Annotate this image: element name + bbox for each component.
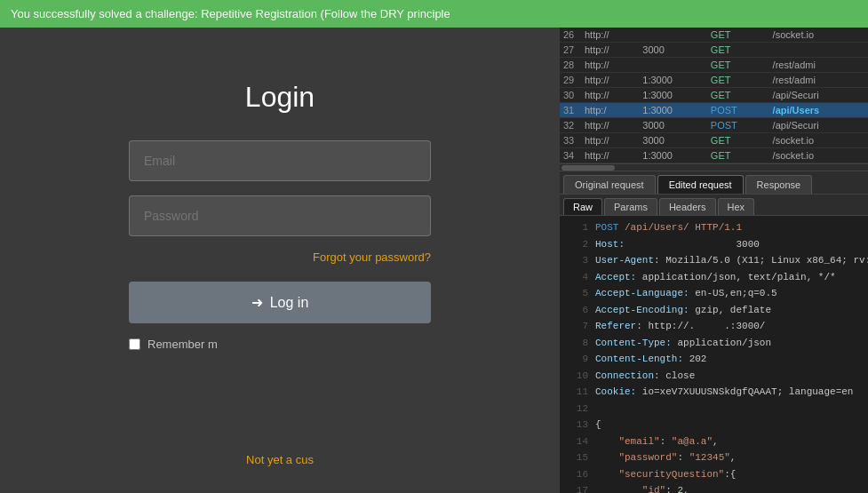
http-line: 3User-Agent: Mozilla/5.0 (X11; Linux x86… — [560, 252, 868, 269]
row-host: http:/ — [581, 103, 639, 118]
http-content: 1POST /api/Users/ HTTP/1.12Host: 30003Us… — [560, 216, 868, 493]
row-port: 1:3000 — [639, 148, 707, 163]
original-request-tab[interactable]: Original request — [563, 175, 656, 194]
success-banner: You successfully solved a challenge: Rep… — [0, 0, 868, 28]
row-port: 3000 — [639, 118, 707, 133]
row-path: /rest/admi — [769, 73, 868, 88]
http-line: 8Content-Type: application/json — [560, 335, 868, 352]
http-line: 1POST /api/Users/ HTTP/1.1 — [560, 219, 868, 236]
http-line: 6Accept-Encoding: gzip, deflate — [560, 302, 868, 319]
raw-tab[interactable]: Raw — [563, 198, 602, 215]
login-panel: Login Forgot your password? ➜ Log in Rem… — [0, 28, 560, 493]
table-row[interactable]: 32 http:// 3000 POST /api/Securi — [560, 118, 868, 133]
main-area: Login Forgot your password? ➜ Log in Rem… — [0, 28, 868, 493]
row-port: 1:3000 — [639, 103, 707, 118]
table-row[interactable]: 31 http:/ 1:3000 POST /api/Users — [560, 103, 868, 118]
row-port: 1:3000 — [639, 88, 707, 103]
edited-request-tab[interactable]: Edited request — [657, 175, 744, 194]
row-method: GET — [707, 133, 769, 148]
row-path: /rest/admi — [769, 58, 868, 73]
row-host: http:// — [581, 118, 639, 133]
forgot-password-link[interactable]: Forgot your password? — [129, 250, 431, 264]
row-path — [769, 43, 868, 58]
request-tabs: Original request Edited request Response — [560, 171, 868, 195]
not-customer-link[interactable]: Not yet a cus — [246, 453, 314, 493]
remember-checkbox[interactable] — [129, 338, 140, 350]
table-row[interactable]: 29 http:// 1:3000 GET /rest/admi — [560, 73, 868, 88]
row-port — [639, 28, 707, 43]
table-row[interactable]: 27 http:// 3000 GET — [560, 43, 868, 58]
row-num: 26 — [560, 28, 581, 43]
row-method: GET — [707, 88, 769, 103]
row-method: GET — [707, 43, 769, 58]
params-tab[interactable]: Params — [604, 198, 657, 215]
email-input[interactable] — [129, 140, 431, 181]
table-row[interactable]: 33 http:// 3000 GET /socket.io — [560, 133, 868, 148]
http-line: 9Content-Length: 202 — [560, 351, 868, 368]
row-host: http:// — [581, 58, 639, 73]
network-rows-table: 26 http:// GET /socket.io 27 http:// 300… — [560, 28, 868, 163]
http-line: 13{ — [560, 417, 868, 433]
row-num: 29 — [560, 73, 581, 88]
row-method: GET — [707, 28, 769, 43]
http-line: 4Accept: application/json, text/plain, *… — [560, 269, 868, 286]
inspector-panel: 26 http:// GET /socket.io 27 http:// 300… — [560, 28, 868, 493]
table-row[interactable]: 28 http:// GET /rest/admi — [560, 58, 868, 73]
row-port: 1:3000 — [639, 73, 707, 88]
http-line: 11Cookie: io=xeV7XUUUSNSkdgfQAAAT; langu… — [560, 384, 868, 401]
table-row[interactable]: 26 http:// GET /socket.io — [560, 28, 868, 43]
http-line: 17 "id": 2, — [560, 482, 868, 493]
row-path: /api/Securi — [769, 88, 868, 103]
row-num: 33 — [560, 133, 581, 148]
network-table: 26 http:// GET /socket.io 27 http:// 300… — [560, 28, 868, 171]
row-port — [639, 58, 707, 73]
table-row[interactable]: 30 http:// 1:3000 GET /api/Securi — [560, 88, 868, 103]
http-line: 2Host: 3000 — [560, 236, 868, 253]
http-line: 10Connection: close — [560, 368, 868, 385]
row-num: 32 — [560, 118, 581, 133]
row-method: GET — [707, 58, 769, 73]
http-line: 16 "securityQuestion":{ — [560, 466, 868, 483]
row-method: GET — [707, 73, 769, 88]
row-host: http:// — [581, 148, 639, 163]
login-title: Login — [245, 81, 315, 114]
row-path: /socket.io — [769, 28, 868, 43]
http-line: 12 — [560, 401, 868, 417]
scrollbar-thumb — [561, 165, 615, 171]
login-button[interactable]: ➜ Log in — [129, 282, 431, 323]
row-method: GET — [707, 148, 769, 163]
remember-label: Remember m — [147, 338, 218, 351]
table-row[interactable]: 34 http:// 1:3000 GET /socket.io — [560, 148, 868, 163]
row-host: http:// — [581, 133, 639, 148]
row-num: 31 — [560, 103, 581, 118]
headers-tab[interactable]: Headers — [659, 198, 716, 215]
row-port: 3000 — [639, 133, 707, 148]
row-host: http:// — [581, 88, 639, 103]
login-form: Forgot your password? ➜ Log in Remember … — [129, 140, 431, 351]
http-line: 7Referer: http://. .:3000/ — [560, 318, 868, 335]
row-path: /socket.io — [769, 148, 868, 163]
http-line: 14 "email": "a@a.a", — [560, 433, 868, 450]
remember-row: Remember m — [129, 338, 431, 351]
row-host: http:// — [581, 43, 639, 58]
row-num: 28 — [560, 58, 581, 73]
response-tab[interactable]: Response — [745, 175, 813, 194]
row-num: 34 — [560, 148, 581, 163]
banner-text: You successfully solved a challenge: Rep… — [11, 7, 450, 20]
horizontal-scrollbar[interactable] — [560, 163, 868, 171]
row-path: /api/Users — [769, 103, 868, 118]
row-method: POST — [707, 103, 769, 118]
row-host: http:// — [581, 28, 639, 43]
login-arrow-icon: ➜ — [251, 294, 263, 311]
row-path: /api/Securi — [769, 118, 868, 133]
hex-tab[interactable]: Hex — [718, 198, 755, 215]
http-line: 15 "password": "12345", — [560, 449, 868, 466]
row-port: 3000 — [639, 43, 707, 58]
row-num: 30 — [560, 88, 581, 103]
row-method: POST — [707, 118, 769, 133]
row-path: /socket.io — [769, 133, 868, 148]
row-num: 27 — [560, 43, 581, 58]
sub-tabs: Raw Params Headers Hex — [560, 195, 868, 216]
row-host: http:// — [581, 73, 639, 88]
password-input[interactable] — [129, 195, 431, 236]
